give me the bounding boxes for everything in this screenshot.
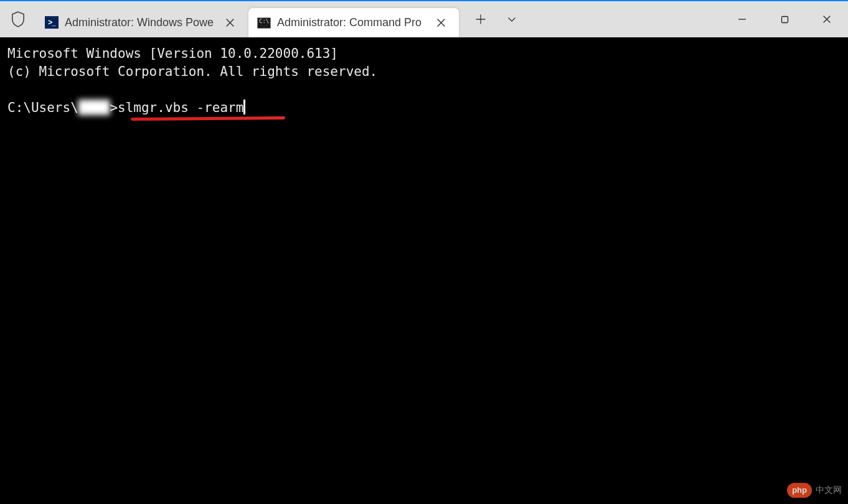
tab-strip: >_ Administrator: Windows Powe C:\ Admin…	[36, 1, 459, 37]
shield-icon	[11, 11, 25, 27]
terminal-line: Microsoft Windows [Version 10.0.22000.61…	[7, 46, 338, 61]
watermark: php 中文网	[787, 483, 842, 498]
uac-shield-slot	[0, 1, 36, 37]
tab-close-button[interactable]	[431, 14, 450, 32]
chevron-down-icon	[507, 15, 516, 24]
cmd-icon: C:\	[257, 17, 271, 29]
prompt-suffix: >	[110, 100, 118, 115]
titlebar: >_ Administrator: Windows Powe C:\ Admin…	[0, 0, 848, 37]
prompt-path-prefix: C:\Users\	[7, 100, 78, 115]
tab-dropdown-button[interactable]	[497, 6, 527, 33]
text-cursor	[243, 100, 245, 114]
terminal-viewport[interactable]: Microsoft Windows [Version 10.0.22000.61…	[0, 37, 848, 504]
minimize-button[interactable]	[721, 1, 763, 37]
annotation-underline	[131, 116, 285, 121]
prompt-username-redacted: ████	[78, 99, 110, 117]
tab-actions	[459, 6, 527, 33]
new-tab-button[interactable]	[466, 6, 496, 33]
command-text: slmgr.vbs -rearm	[118, 100, 243, 115]
powershell-icon: >_	[45, 16, 59, 29]
close-icon	[437, 19, 445, 27]
minimize-icon	[738, 15, 747, 24]
watermark-badge: php	[787, 483, 812, 498]
tab-command-prompt[interactable]: C:\ Administrator: Command Pro	[248, 7, 459, 37]
titlebar-drag-region[interactable]	[527, 1, 721, 37]
maximize-button[interactable]	[763, 1, 806, 37]
plus-icon	[476, 14, 486, 24]
close-icon	[226, 19, 234, 27]
close-icon	[822, 15, 831, 24]
maximize-icon	[781, 16, 789, 24]
watermark-text: 中文网	[816, 484, 842, 496]
tab-label: Administrator: Command Pro	[277, 16, 425, 29]
tab-label: Administrator: Windows Powe	[65, 16, 214, 29]
tab-powershell[interactable]: >_ Administrator: Windows Powe	[36, 7, 248, 37]
window-close-button[interactable]	[806, 1, 848, 37]
svg-rect-0	[781, 16, 788, 22]
tab-close-button[interactable]	[220, 13, 239, 32]
window-controls	[721, 1, 848, 37]
terminal-line: (c) Microsoft Corporation. All rights re…	[7, 64, 377, 79]
titlebar-left: >_ Administrator: Windows Powe C:\ Admin…	[0, 1, 527, 37]
